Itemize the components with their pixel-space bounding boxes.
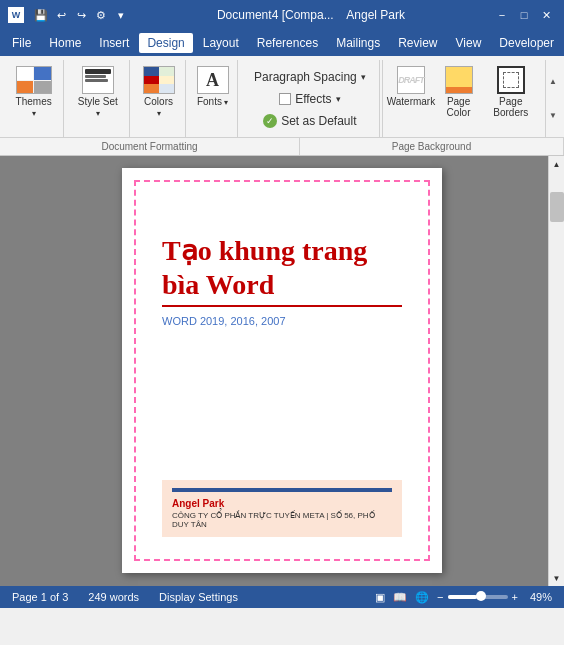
menu-developer[interactable]: Developer xyxy=(491,33,562,53)
minimize-button[interactable]: − xyxy=(492,5,512,25)
document-page: Tạo khung trang bìa Word WORD 2019, 2016… xyxy=(122,168,442,573)
zoom-out-button[interactable]: − xyxy=(437,591,443,603)
scrollbar-thumb[interactable] xyxy=(550,192,564,222)
pb-inner xyxy=(503,72,519,88)
paragraph-spacing-label: Paragraph Spacing xyxy=(254,70,357,84)
ribbon-scroll-up[interactable]: ▲ xyxy=(549,77,557,86)
colors-group-items: Colors xyxy=(138,62,179,135)
paragraph-spacing-button[interactable]: Paragraph Spacing ▾ xyxy=(250,66,370,88)
redo-button[interactable]: ↪ xyxy=(72,6,90,24)
themes-group-items: Themes xyxy=(10,62,58,135)
fonts-button[interactable]: A Fonts xyxy=(193,62,233,109)
colors-button[interactable]: Colors xyxy=(138,62,179,120)
ss-line1 xyxy=(85,69,111,74)
page-indicator[interactable]: Page 1 of 3 xyxy=(8,590,72,604)
menu-insert[interactable]: Insert xyxy=(91,33,137,53)
page-borders-button[interactable]: Page Borders xyxy=(485,62,537,120)
customize-button[interactable]: ⚙ xyxy=(92,6,110,24)
footer-bar xyxy=(172,488,392,492)
menu-view[interactable]: View xyxy=(448,33,490,53)
page-content: Tạo khung trang bìa Word WORD 2019, 2016… xyxy=(138,184,426,557)
themes-button[interactable]: Themes xyxy=(10,62,58,120)
zoom-fill xyxy=(448,595,477,599)
word-count[interactable]: 249 words xyxy=(84,590,143,604)
colors-c1 xyxy=(144,67,159,76)
layout-web-icon[interactable]: 🌐 xyxy=(415,591,429,604)
formatting-options-group: Paragraph Spacing ▾ Effects ▾ ✓ Set as D… xyxy=(240,60,380,137)
set-as-default-button[interactable]: ✓ Set as Default xyxy=(259,110,360,132)
ribbon-scroll[interactable]: ▲ ▼ xyxy=(545,60,560,137)
status-bar: Page 1 of 3 249 words Display Settings ▣… xyxy=(0,586,564,608)
scroll-up-button[interactable]: ▲ xyxy=(549,156,565,172)
status-left: Page 1 of 3 249 words Display Settings xyxy=(8,590,242,604)
zoom-slider[interactable]: − + xyxy=(437,591,518,603)
page-background-group: DRAFT Watermark Page Color xyxy=(382,60,543,137)
colors-label: Colors xyxy=(142,96,175,118)
group-labels: Document Formatting Page Background xyxy=(0,137,564,155)
page-borders-icon xyxy=(497,66,525,94)
ribbon-content: Themes Style Set xyxy=(0,56,564,137)
doc-formatting-label: Document Formatting xyxy=(0,138,300,155)
restore-button[interactable]: □ xyxy=(514,5,534,25)
window-controls: − □ ✕ xyxy=(492,5,556,25)
menu-file[interactable]: File xyxy=(4,33,39,53)
menu-home[interactable]: Home xyxy=(41,33,89,53)
scroll-down-button[interactable]: ▼ xyxy=(549,570,565,586)
menu-references[interactable]: References xyxy=(249,33,326,53)
menu-review[interactable]: Review xyxy=(390,33,445,53)
menu-design[interactable]: Design xyxy=(139,33,192,53)
vertical-scrollbar[interactable]: ▲ ▼ xyxy=(548,156,564,586)
page-footer-section: Angel Park CÔNG TY CỔ PHẦN TRỰC TUYẾN ME… xyxy=(162,480,402,537)
zoom-thumb[interactable] xyxy=(476,591,486,601)
styleset-group: Style Set xyxy=(66,60,130,137)
colors-c6 xyxy=(159,84,174,93)
effects-button[interactable]: Effects ▾ xyxy=(275,88,344,110)
footer-company: CÔNG TY CỔ PHẦN TRỰC TUYẾN META | SỐ 56,… xyxy=(172,511,392,529)
colors-c4 xyxy=(159,76,174,85)
watermark-button[interactable]: DRAFT Watermark xyxy=(389,62,432,109)
page-color-button[interactable]: Page Color xyxy=(436,62,480,120)
save-button[interactable]: 💾 xyxy=(32,6,50,24)
colors-c3 xyxy=(144,76,159,85)
menu-mailings[interactable]: Mailings xyxy=(328,33,388,53)
colors-group: Colors xyxy=(132,60,186,137)
colors-c5 xyxy=(144,84,159,93)
ss-line3 xyxy=(85,79,108,82)
zoom-in-button[interactable]: + xyxy=(512,591,518,603)
colors-c2 xyxy=(159,67,174,76)
close-button[interactable]: ✕ xyxy=(536,5,556,25)
title-bar-left: W 💾 ↩ ↪ ⚙ ▾ xyxy=(8,6,130,24)
themes-icon xyxy=(14,64,54,96)
checkmark-icon: ✓ xyxy=(263,114,277,128)
colors-row3 xyxy=(144,84,174,93)
styleset-label: Style Set xyxy=(76,96,119,118)
zoom-level[interactable]: 49% xyxy=(526,590,556,604)
page-color-icon-container xyxy=(443,64,475,96)
colors-icon-container xyxy=(143,64,175,96)
page-color-icon xyxy=(445,66,473,94)
document-subtitle: WORD 2019, 2016, 2007 xyxy=(162,315,402,327)
zoom-track[interactable] xyxy=(448,595,508,599)
menu-bar: File Home Insert Design Layout Reference… xyxy=(0,30,564,56)
display-settings-button[interactable]: Display Settings xyxy=(155,590,242,604)
styleset-group-items: Style Set xyxy=(72,62,123,135)
styleset-icon-container xyxy=(82,64,114,96)
undo-button[interactable]: ↩ xyxy=(52,6,70,24)
fonts-group-items: A Fonts xyxy=(193,62,233,135)
styleset-button[interactable]: Style Set xyxy=(72,62,123,120)
menu-layout[interactable]: Layout xyxy=(195,33,247,53)
dropdown-arrow[interactable]: ▾ xyxy=(112,6,130,24)
colors-row2 xyxy=(144,76,174,85)
layout-read-icon[interactable]: 📖 xyxy=(393,591,407,604)
scrollbar-track[interactable] xyxy=(549,172,564,570)
window-title: Document4 [Compa... Angel Park xyxy=(130,8,492,22)
ribbon-scroll-down[interactable]: ▼ xyxy=(549,111,557,120)
layout-normal-icon[interactable]: ▣ xyxy=(375,591,385,604)
set-as-default-label: Set as Default xyxy=(281,114,356,128)
colors-row1 xyxy=(144,67,174,76)
ribbon: Themes Style Set xyxy=(0,56,564,156)
page-borders-icon-container xyxy=(495,64,527,96)
word-icon: W xyxy=(8,7,24,23)
paragraph-spacing-arrow: ▾ xyxy=(361,72,366,82)
title-bar: W 💾 ↩ ↪ ⚙ ▾ Document4 [Compa... Angel Pa… xyxy=(0,0,564,30)
